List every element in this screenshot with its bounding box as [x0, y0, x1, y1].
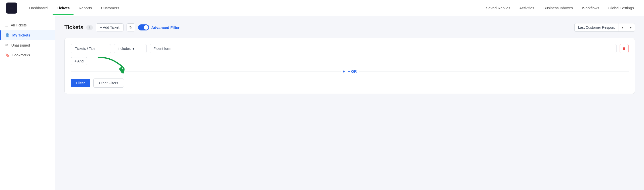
list-icon: ☰ — [5, 23, 8, 27]
sort-label: Last Customer Respon: — [575, 23, 619, 31]
bookmark-icon: 🔖 — [5, 53, 10, 57]
nav-item-global-settings[interactable]: Global Settings — [604, 1, 638, 15]
filter-operator-select[interactable]: includes ▾ — [114, 44, 147, 53]
main-layout: ☰ All Tickets 👤 My Tickets 👁 Unassigned … — [0, 16, 644, 190]
refresh-button[interactable]: ↻ — [127, 23, 135, 31]
delete-filter-button[interactable]: 🗑 — [620, 44, 629, 53]
filter-operator-label: includes — [118, 47, 131, 51]
trash-icon: 🗑 — [622, 46, 626, 51]
nav-item-activities[interactable]: Activities — [515, 1, 538, 15]
sidebar-item-unassigned[interactable]: 👁 Unassigned — [0, 40, 55, 50]
arrow-annotation — [96, 55, 126, 75]
nav-left: Dashboard Tickets Reports Customers — [25, 1, 123, 15]
sort-arrow-down-icon[interactable]: ▾ — [627, 24, 635, 31]
content-area: Tickets 4 + Add Ticket ↻ Advanced Filter… — [55, 16, 644, 190]
nav-right: Saved Replies Activities Business Inboxe… — [482, 1, 638, 15]
nav-item-saved-replies[interactable]: Saved Replies — [482, 1, 514, 15]
sidebar-item-bookmarks[interactable]: 🔖 Bookmarks — [0, 50, 55, 60]
or-text: + + OR — [343, 69, 357, 73]
nav-item-tickets[interactable]: Tickets — [53, 1, 73, 15]
and-button[interactable]: + And — [71, 57, 87, 65]
top-nav: ≡ Dashboard Tickets Reports Customers Sa… — [0, 0, 644, 16]
filter-field-label: Tickets / Title — [71, 44, 111, 53]
sort-dropdown[interactable]: Last Customer Respon: ▾ ▾ — [574, 23, 635, 32]
operator-chevron-down-icon: ▾ — [133, 47, 134, 51]
sidebar-item-my-tickets[interactable]: 👤 My Tickets — [0, 30, 55, 40]
nav-item-workflows[interactable]: Workflows — [578, 1, 603, 15]
eye-icon: 👁 — [5, 43, 9, 47]
sidebar-item-all-tickets[interactable]: ☰ All Tickets — [0, 20, 55, 30]
sort-chevron-down-icon[interactable]: ▾ — [619, 24, 627, 31]
advanced-filter-toggle[interactable] — [138, 24, 149, 30]
nav-item-reports[interactable]: Reports — [75, 1, 96, 15]
logo[interactable]: ≡ — [6, 3, 17, 14]
advanced-filter-toggle-container: Advanced Filter — [138, 24, 180, 30]
refresh-icon: ↻ — [129, 25, 132, 29]
action-row: Filter Clear Filters — [71, 79, 629, 88]
advanced-filter-label[interactable]: Advanced Filter — [151, 25, 180, 30]
nav-item-business-inboxes[interactable]: Business Inboxes — [539, 1, 577, 15]
and-btn-container: + And — [71, 57, 629, 65]
content-header: Tickets 4 + Add Ticket ↻ Advanced Filter… — [64, 23, 635, 32]
filter-card: Tickets / Title includes ▾ 🗑 + And — [64, 38, 635, 94]
clear-filters-button[interactable]: Clear Filters — [93, 79, 124, 88]
plus-icon: + — [343, 69, 345, 73]
sidebar: ☰ All Tickets 👤 My Tickets 👁 Unassigned … — [0, 16, 55, 190]
ticket-count-badge: 4 — [86, 25, 93, 30]
filter-button[interactable]: Filter — [71, 79, 90, 87]
toggle-knob — [144, 25, 148, 30]
nav-item-dashboard[interactable]: Dashboard — [25, 1, 52, 15]
or-divider[interactable]: + + OR — [71, 69, 629, 73]
add-ticket-button[interactable]: + Add Ticket — [96, 23, 124, 31]
person-icon: 👤 — [5, 33, 10, 37]
logo-icon: ≡ — [10, 5, 13, 11]
page-title: Tickets — [64, 24, 83, 31]
nav-item-customers[interactable]: Customers — [97, 1, 123, 15]
filter-value-input[interactable] — [150, 44, 617, 53]
filter-row: Tickets / Title includes ▾ 🗑 — [71, 44, 629, 53]
